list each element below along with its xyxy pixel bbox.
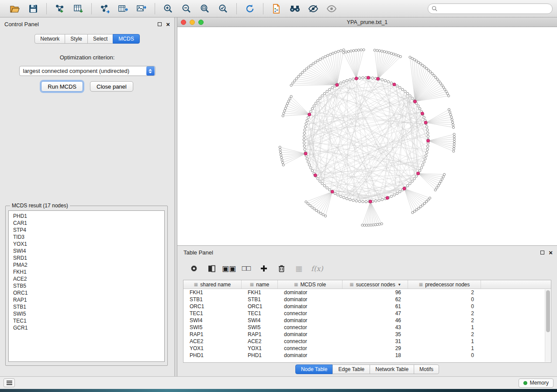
table-cell[interactable]: 1 — [408, 338, 481, 344]
mcds-result-item[interactable]: GCR1 — [13, 324, 160, 331]
leaf-node[interactable] — [422, 204, 424, 206]
ring-node[interactable] — [305, 122, 308, 125]
leaf-node[interactable] — [423, 202, 426, 204]
ring-node[interactable] — [399, 190, 401, 193]
leaf-node[interactable] — [292, 82, 294, 84]
table-row[interactable]: RAP1RAP1dominator352 — [183, 331, 551, 338]
leaf-node[interactable] — [313, 208, 315, 210]
dominator-node[interactable] — [413, 100, 416, 103]
table-row[interactable]: STB1STB1dominator620 — [183, 296, 551, 303]
leaf-node[interactable] — [383, 51, 385, 53]
leaf-node[interactable] — [411, 57, 413, 59]
select-all-rows-icon[interactable]: ▣▣ — [224, 263, 234, 274]
table-row[interactable]: PHD1PHD1dominator180 — [183, 352, 551, 359]
leaf-node[interactable] — [280, 151, 282, 153]
close-panel-icon[interactable]: × — [166, 21, 170, 28]
column-header-successor-nodes[interactable]: ▦successor nodes▾ — [343, 280, 408, 289]
ring-node[interactable] — [378, 199, 381, 202]
network-window-titlebar[interactable]: YPA_prune.txt_1 — [177, 17, 557, 27]
leaf-node[interactable] — [343, 52, 345, 54]
refresh-icon[interactable] — [244, 3, 256, 15]
leaf-node[interactable] — [363, 224, 366, 226]
ring-node[interactable] — [396, 85, 398, 87]
leaf-node[interactable] — [282, 164, 284, 166]
leaf-node[interactable] — [282, 115, 284, 117]
leaf-node[interactable] — [448, 108, 450, 110]
leaf-node[interactable] — [294, 80, 296, 82]
leaf-node[interactable] — [280, 154, 282, 156]
ring-node[interactable] — [426, 148, 429, 151]
table-cell[interactable]: 18 — [343, 352, 408, 358]
leaf-node[interactable] — [399, 55, 401, 58]
ring-node[interactable] — [317, 100, 319, 102]
dominator-node[interactable] — [386, 196, 389, 199]
close-panel-button[interactable]: Close panel — [90, 81, 133, 92]
leaf-node[interactable] — [357, 49, 360, 51]
leaf-node[interactable] — [441, 84, 443, 86]
ring-node[interactable] — [319, 97, 322, 100]
table-cell[interactable]: 2 — [408, 289, 481, 296]
column-header-predecessor-nodes[interactable]: ▦predecessor nodes — [408, 280, 481, 289]
tab-select[interactable]: Select — [87, 34, 113, 44]
leaf-node[interactable] — [381, 50, 383, 52]
leaf-node[interactable] — [335, 51, 337, 53]
mcds-result-item[interactable]: ORC1 — [13, 289, 160, 296]
leaf-node[interactable] — [317, 59, 319, 62]
leaf-node[interactable] — [439, 182, 441, 185]
tab-network-table[interactable]: Network Table — [370, 364, 414, 374]
leaf-node[interactable] — [431, 72, 433, 75]
leaf-node[interactable] — [360, 49, 362, 51]
scrollbar-thumb[interactable] — [546, 290, 550, 332]
ring-node[interactable] — [424, 158, 426, 160]
leaf-node[interactable] — [422, 64, 424, 66]
ring-node[interactable] — [384, 79, 387, 82]
tab-network[interactable]: Network — [35, 34, 65, 44]
table-cell[interactable]: 0 — [408, 296, 481, 303]
dominator-node[interactable] — [416, 172, 419, 175]
table-cell[interactable]: ACE2 — [242, 338, 278, 344]
ring-node[interactable] — [346, 79, 348, 82]
leaf-node[interactable] — [350, 50, 352, 52]
ring-node[interactable] — [420, 167, 423, 169]
column-header-MCDS-role[interactable]: ▦MCDS role — [278, 280, 343, 289]
export-table-icon[interactable] — [117, 3, 129, 15]
mcds-result-item[interactable]: SRD1 — [13, 254, 160, 261]
leaf-node[interactable] — [320, 212, 322, 214]
mcds-result-item[interactable]: ACE2 — [13, 275, 160, 282]
table-cell[interactable]: SWI5 — [183, 324, 242, 330]
leaf-node[interactable] — [353, 49, 355, 52]
table-cell[interactable]: ACE2 — [183, 338, 242, 344]
leaf-node[interactable] — [343, 49, 345, 51]
leaf-node[interactable] — [424, 66, 426, 68]
run-mcds-button[interactable]: Run MCDS — [41, 81, 83, 92]
leaf-node[interactable] — [327, 54, 329, 56]
table-cell[interactable]: 1 — [408, 324, 481, 330]
zoom-in-icon[interactable] — [162, 3, 174, 15]
ring-node[interactable] — [321, 182, 324, 185]
table-cell[interactable]: TEC1 — [183, 310, 242, 316]
ring-node[interactable] — [319, 180, 322, 182]
import-table-icon[interactable] — [72, 3, 84, 15]
leaf-node[interactable] — [415, 60, 418, 62]
leaf-node[interactable] — [436, 78, 438, 80]
mcds-result-item[interactable]: SWI4 — [13, 248, 160, 254]
ring-node[interactable] — [303, 138, 305, 141]
ring-node[interactable] — [406, 185, 409, 187]
dominator-node[interactable] — [367, 76, 370, 79]
import-network-icon[interactable] — [54, 3, 66, 15]
table-cell[interactable]: FKH1 — [183, 289, 242, 296]
leaf-node[interactable] — [305, 201, 307, 203]
table-cell[interactable]: 1 — [408, 345, 481, 351]
ring-node[interactable] — [304, 148, 306, 151]
leaf-node[interactable] — [415, 209, 418, 211]
ring-node[interactable] — [352, 199, 355, 202]
table-cell[interactable]: YOX1 — [242, 345, 278, 351]
leaf-node[interactable] — [427, 69, 429, 71]
tab-edge-table[interactable]: Edge Table — [332, 364, 370, 374]
leaf-node[interactable] — [453, 133, 455, 135]
window-minimize-icon[interactable] — [190, 20, 195, 25]
network-graph[interactable] — [177, 27, 557, 245]
table-cell[interactable]: STB1 — [183, 296, 242, 303]
ring-node[interactable] — [358, 77, 361, 79]
ring-node[interactable] — [425, 155, 427, 157]
